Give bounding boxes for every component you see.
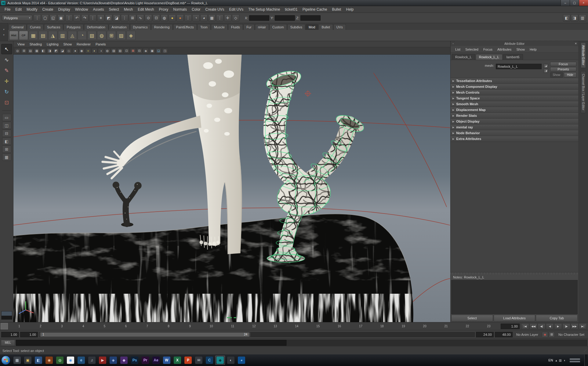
taskbar-app[interactable]: ◍: [55, 356, 65, 365]
menu-item[interactable]: ticket01: [283, 7, 299, 12]
notes-resize-grip[interactable]: [451, 272, 578, 274]
select-by-component-icon[interactable]: ◪: [113, 14, 120, 22]
show-button[interactable]: Show: [550, 72, 563, 77]
layout-three-panes[interactable]: ◧: [2, 138, 11, 145]
layout-two-panes-stacked[interactable]: ⊟: [2, 130, 11, 137]
undo-icon[interactable]: ↶: [73, 14, 81, 22]
shelf-tab[interactable]: Polygons: [64, 24, 83, 30]
shelf-item[interactable]: ▦: [29, 31, 38, 40]
menu-item[interactable]: Assets: [91, 7, 106, 12]
menu-item[interactable]: Proxy: [157, 7, 171, 12]
animation-preferences-icon[interactable]: ⊞: [549, 332, 555, 337]
menu-item[interactable]: Edit: [13, 7, 24, 12]
attribute-section-header[interactable]: ▶ Mesh Component Display: [451, 84, 578, 90]
dock-tab[interactable]: Channel Box / Layer Editor: [581, 71, 586, 113]
menu-item[interactable]: Select: [107, 7, 121, 12]
shelf-item[interactable]: ▥: [58, 31, 67, 40]
show-attribute-editor-icon[interactable]: ◨: [571, 14, 578, 22]
taskbar-app[interactable]: ◉: [44, 356, 54, 365]
attribute-section-header[interactable]: ▶ Smooth Mesh: [451, 101, 578, 107]
taskbar-premiere[interactable]: Pr: [140, 356, 150, 365]
selection-mode-dropdown[interactable]: Polygons ▾: [2, 15, 32, 21]
attribute-section-header[interactable]: ▶ Render Stats: [451, 113, 578, 119]
shelf-tab[interactable]: Dynamics: [130, 24, 151, 30]
attr-list-icon[interactable]: ◨: [543, 69, 548, 73]
attribute-section-header[interactable]: ▶ Node Behavior: [451, 130, 578, 136]
gamma-icon[interactable]: ▣: [149, 48, 155, 53]
layout-single-pane[interactable]: ▭: [2, 114, 11, 121]
attr-notes-icon[interactable]: ◪: [543, 64, 548, 68]
use-all-lights-icon[interactable]: ○: [85, 48, 91, 53]
menu-item[interactable]: Display: [56, 7, 72, 12]
shaded-icon[interactable]: ●: [72, 48, 78, 53]
taskbar-app[interactable]: ◧: [34, 356, 43, 365]
show-tool-settings-icon[interactable]: ◧: [563, 14, 570, 22]
shelf-tab[interactable]: Bullet: [318, 24, 333, 30]
toolbar-group-grip[interactable]: ⋮: [216, 14, 223, 22]
taskbar-app[interactable]: ◈: [108, 356, 118, 365]
menu-item[interactable]: Color: [190, 7, 203, 12]
snap-to-view-plane-icon[interactable]: ⊡: [153, 14, 160, 22]
attr-menu-item[interactable]: Show: [514, 47, 527, 52]
shelf-tab[interactable]: Custom: [269, 24, 287, 30]
taskbar-powerpoint[interactable]: P: [183, 356, 193, 365]
layout-persp-thumbnail[interactable]: [1, 311, 12, 320]
resolution-gate-icon[interactable]: ▦: [34, 48, 40, 53]
menu-item[interactable]: Bullet: [330, 7, 343, 12]
attr-menu-item[interactable]: Selected: [463, 47, 481, 52]
attribute-editor-titlebar[interactable]: ▫ Attribute Editor ✕: [451, 41, 578, 46]
snap-to-point-icon[interactable]: ⊙: [145, 14, 152, 22]
taskbar-app[interactable]: ▶: [98, 356, 107, 365]
scale-tool[interactable]: ⊡: [1, 97, 12, 108]
auto-keyframe-icon[interactable]: ◆: [542, 332, 548, 337]
attribute-section-header[interactable]: ▶ Extra Attributes: [451, 136, 578, 142]
menu-item[interactable]: Create: [40, 7, 55, 12]
toolbar-group-grip[interactable]: ⋮: [89, 14, 96, 22]
taskbar-ie[interactable]: e: [76, 356, 86, 365]
minimize-button[interactable]: –: [561, 0, 570, 6]
lasso-select-tool[interactable]: ∿: [1, 55, 12, 65]
attribute-section-header[interactable]: ▶ mental ray: [451, 124, 578, 130]
multisample-icon[interactable]: ▧: [117, 48, 123, 53]
copy-tab-button[interactable]: Copy Tab: [536, 315, 578, 321]
select-by-object-icon[interactable]: ◩: [105, 14, 112, 22]
taskbar-word[interactable]: W: [162, 356, 172, 365]
panel-menu-item[interactable]: Show: [61, 42, 74, 46]
safe-action-icon[interactable]: ◩: [53, 48, 59, 53]
isolate-select-icon[interactable]: ⊡: [124, 48, 129, 53]
taskbar-app[interactable]: ◕: [237, 356, 246, 365]
menu-item[interactable]: Help: [344, 7, 356, 12]
menu-item[interactable]: Pipeline Cache: [300, 7, 329, 12]
panel-menu-item[interactable]: Renderer: [74, 42, 93, 46]
show-desktop-button[interactable]: [584, 354, 587, 366]
grid-icon[interactable]: ⊞: [21, 48, 27, 53]
notes-textarea[interactable]: [451, 280, 578, 314]
show-channel-box-icon[interactable]: ▥: [579, 14, 586, 22]
selected-rowlock-model[interactable]: [251, 61, 376, 271]
mel-toggle-button[interactable]: MEL: [1, 340, 15, 346]
shelf-tab[interactable]: Animation: [109, 24, 130, 30]
toolbar-group-grip[interactable]: ⋮: [121, 14, 128, 22]
attribute-section-header[interactable]: ▶ Displacement Map: [451, 107, 578, 113]
highlight-icon[interactable]: ●: [169, 14, 176, 22]
shelf-tab[interactable]: Fluids: [228, 24, 243, 30]
paint-select-tool[interactable]: ✎: [1, 65, 12, 76]
attribute-section-header[interactable]: ▶ Tangent Space: [451, 95, 578, 101]
motion-blur-icon[interactable]: ▨: [111, 48, 117, 53]
menu-item[interactable]: Window: [73, 7, 90, 12]
xray-icon[interactable]: ⊠: [130, 48, 136, 53]
taskbar-maya[interactable]: ◆: [215, 356, 225, 365]
dock-icon[interactable]: ▫: [451, 41, 456, 46]
make-live-icon[interactable]: ◍: [161, 14, 168, 22]
taskbar-folder[interactable]: ▣: [23, 356, 33, 365]
toolbar-group-grip[interactable]: ⋮: [34, 14, 41, 22]
menu-item[interactable]: Normals: [171, 7, 189, 12]
playback-start-field[interactable]: 1.00: [20, 332, 38, 337]
layout-four-panes[interactable]: ⊞: [2, 145, 11, 153]
mel-input-field[interactable]: [16, 340, 286, 346]
dock-tab[interactable]: Attribute Editor: [581, 42, 586, 68]
paint-effects-icon[interactable]: ✛: [224, 14, 231, 22]
panel-menu-item[interactable]: Panels: [93, 42, 108, 46]
select-camera-icon[interactable]: ◎: [15, 48, 20, 53]
open-scene-icon[interactable]: ◱: [49, 14, 57, 22]
